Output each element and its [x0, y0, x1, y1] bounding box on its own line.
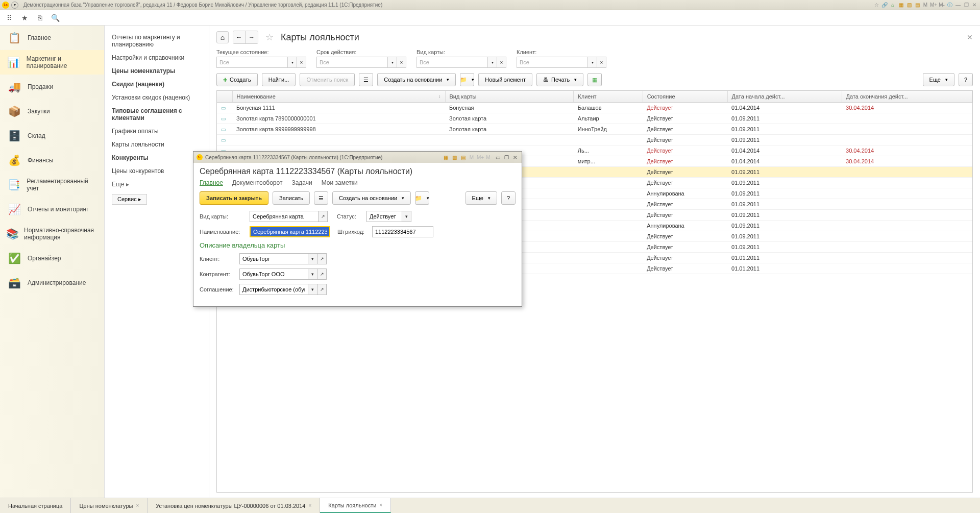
- modal-folder-button[interactable]: 📁: [415, 191, 429, 205]
- bottom-tab-0[interactable]: Начальная страница: [0, 498, 71, 513]
- m-btn[interactable]: M: [922, 2, 929, 9]
- create-based-button[interactable]: Создать на основании: [377, 73, 456, 86]
- contractor-open[interactable]: ↗: [317, 268, 327, 280]
- contractor-input[interactable]: [239, 268, 308, 280]
- apps-icon[interactable]: ⠿: [5, 14, 13, 22]
- doc1-icon[interactable]: ▦: [897, 2, 904, 9]
- submenu-item-8[interactable]: Конкуренты: [112, 151, 202, 164]
- modal-ti-mp[interactable]: M+: [477, 155, 484, 160]
- submenu-item-9[interactable]: Цены конкурентов: [112, 164, 202, 178]
- modal-maximize-icon[interactable]: ❐: [503, 155, 510, 160]
- submenu-item-6[interactable]: Графики оплаты: [112, 125, 202, 138]
- filter-client-clear[interactable]: ×: [597, 57, 606, 68]
- filter-client-input[interactable]: [517, 57, 588, 68]
- modal-ti-m[interactable]: M: [468, 155, 475, 160]
- print-button[interactable]: 🖶 Печать: [536, 73, 583, 86]
- calc-icon[interactable]: ▤: [914, 2, 921, 9]
- export-button[interactable]: ▦: [587, 73, 602, 86]
- search-icon[interactable]: 🔍: [51, 14, 59, 22]
- bottom-tab-3[interactable]: Карты лояльности×: [320, 498, 391, 513]
- home-button[interactable]: ⌂: [216, 31, 229, 43]
- bottom-tab-1[interactable]: Цены номенклатуры×: [71, 498, 148, 513]
- filter-cardtype-dd[interactable]: ▾: [488, 57, 497, 68]
- col-type[interactable]: Вид карты: [445, 91, 574, 103]
- more-button[interactable]: Еще: [923, 73, 954, 86]
- modal-help-button[interactable]: ?: [501, 191, 516, 205]
- sidebar-item-2[interactable]: 🚚Продажи: [0, 75, 104, 99]
- filter-period-clear[interactable]: ×: [397, 57, 406, 68]
- sidebar-item-9[interactable]: ✅Органайзер: [0, 246, 104, 271]
- sidebar-item-0[interactable]: 📋Главное: [0, 26, 104, 50]
- folder-button[interactable]: 📁: [460, 73, 474, 86]
- modal-close-icon[interactable]: ✕: [511, 155, 519, 160]
- sidebar-item-10[interactable]: 🗃️Администрирование: [0, 271, 104, 295]
- m-minus-btn[interactable]: M-: [938, 2, 945, 9]
- fav-icon[interactable]: ☆: [873, 2, 880, 9]
- client-open[interactable]: ↗: [317, 253, 327, 264]
- card-type-input[interactable]: [250, 211, 318, 222]
- sidebar-item-8[interactable]: 📚Нормативно-справочная информация: [0, 222, 104, 246]
- maximize-icon[interactable]: ❐: [963, 2, 970, 9]
- col-start[interactable]: Дата начала дейст...: [727, 91, 842, 103]
- submenu-item-4[interactable]: Установки скидок (наценок): [112, 91, 202, 104]
- close-icon[interactable]: ✕: [971, 2, 978, 9]
- modal-tab-doc[interactable]: Документооборот: [232, 179, 283, 186]
- name-input[interactable]: [250, 226, 330, 237]
- col-end[interactable]: Дата окончания дейст...: [842, 91, 972, 103]
- submenu-item-10[interactable]: Еще ▸: [112, 178, 202, 191]
- star-icon[interactable]: ★: [20, 14, 29, 22]
- agreement-input[interactable]: [239, 284, 308, 295]
- back-button[interactable]: ←: [233, 31, 246, 43]
- modal-tab-notes[interactable]: Мои заметки: [322, 179, 358, 186]
- table-row[interactable]: ▭ Бонусная 1111 Бонусная Балашов Действу…: [217, 103, 972, 113]
- sidebar-item-6[interactable]: 📑Регламентированный учет: [0, 173, 104, 197]
- new-element-button[interactable]: Новый элемент: [478, 73, 532, 86]
- status-dd[interactable]: ▾: [402, 211, 411, 222]
- cancel-search-button[interactable]: Отменить поиск: [300, 73, 355, 86]
- status-input[interactable]: [366, 211, 402, 222]
- save-close-button[interactable]: Записать и закрыть: [200, 191, 268, 205]
- home-icon[interactable]: ⌂: [889, 2, 896, 9]
- favorite-icon[interactable]: ☆: [265, 32, 274, 43]
- submenu-item-1[interactable]: Настройки и справочники: [112, 51, 202, 64]
- find-button[interactable]: Найти...: [262, 73, 296, 86]
- col-client[interactable]: Клиент: [574, 91, 643, 103]
- create-button[interactable]: Создать: [216, 73, 258, 86]
- tab-close-icon[interactable]: ×: [379, 502, 382, 508]
- minimize-icon[interactable]: —: [954, 2, 962, 9]
- sidebar-item-5[interactable]: 💰Финансы: [0, 148, 104, 173]
- agreement-dd[interactable]: ▾: [308, 284, 317, 295]
- modal-tab-tasks[interactable]: Задачи: [291, 179, 312, 186]
- filter-state-clear[interactable]: ×: [297, 57, 306, 68]
- m-plus-btn[interactable]: M+: [930, 2, 937, 9]
- filter-period-dd[interactable]: ▾: [388, 57, 397, 68]
- tab-close-icon[interactable]: ×: [308, 503, 311, 508]
- link-icon[interactable]: 🔗: [881, 2, 888, 9]
- filter-client-dd[interactable]: ▾: [588, 57, 597, 68]
- doc2-icon[interactable]: ▧: [905, 2, 913, 9]
- modal-ti-mm[interactable]: M-: [485, 155, 493, 160]
- modal-ti-1[interactable]: ▦: [442, 155, 449, 160]
- submenu-item-2[interactable]: Цены номенклатуры: [112, 64, 202, 78]
- card-type-open[interactable]: ↗: [318, 211, 328, 222]
- sidebar-item-4[interactable]: 🗄️Склад: [0, 124, 104, 148]
- modal-minimize-icon[interactable]: ▭: [494, 155, 501, 160]
- help-icon[interactable]: ⓘ: [946, 2, 953, 9]
- forward-button[interactable]: →: [246, 31, 258, 43]
- list-icon-button[interactable]: ☰: [359, 73, 373, 86]
- client-dd[interactable]: ▾: [308, 253, 317, 264]
- col-state[interactable]: Состояние: [643, 91, 727, 103]
- submenu-item-7[interactable]: Карты лояльности: [112, 138, 202, 151]
- filter-cardtype-clear[interactable]: ×: [497, 57, 506, 68]
- tab-close-icon[interactable]: ×: [136, 503, 139, 508]
- modal-list-button[interactable]: ☰: [314, 191, 328, 205]
- filter-cardtype-input[interactable]: [416, 57, 488, 68]
- save-button[interactable]: Записать: [273, 191, 310, 205]
- bottom-tab-2[interactable]: Установка цен номенклатуры ЦУ-00000006 о…: [148, 498, 320, 513]
- help-button[interactable]: ?: [959, 73, 973, 86]
- col-name[interactable]: Наименование↓: [232, 91, 445, 103]
- table-row[interactable]: ▭ Золотая карта 7890000000001 Золотая ка…: [217, 113, 972, 124]
- submenu-item-0[interactable]: Отчеты по маркетингу и планированию: [112, 31, 202, 51]
- barcode-input[interactable]: [372, 226, 433, 237]
- sidebar-item-1[interactable]: 📊Маркетинг и планирование: [0, 50, 104, 75]
